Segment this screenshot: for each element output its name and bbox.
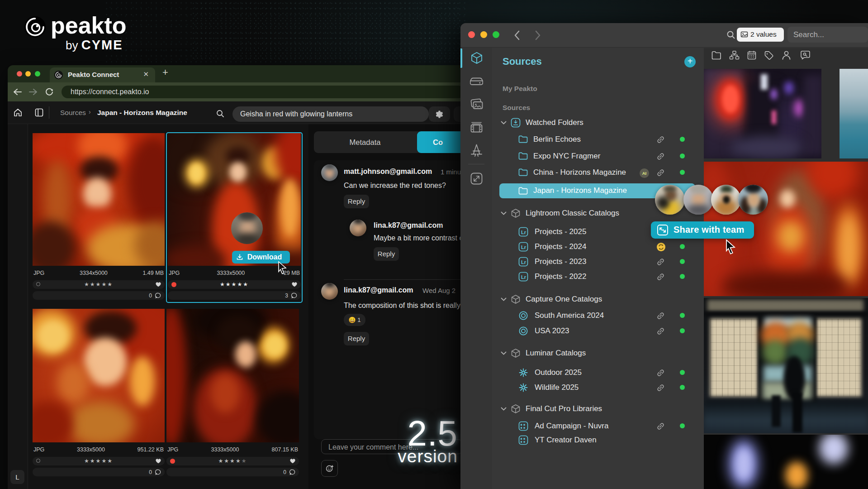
svg-text:Lr: Lr: [521, 230, 526, 235]
svg-text:Lr: Lr: [521, 259, 526, 265]
svg-text:Lr: Lr: [521, 274, 526, 280]
svg-text:Lr: Lr: [521, 244, 526, 250]
